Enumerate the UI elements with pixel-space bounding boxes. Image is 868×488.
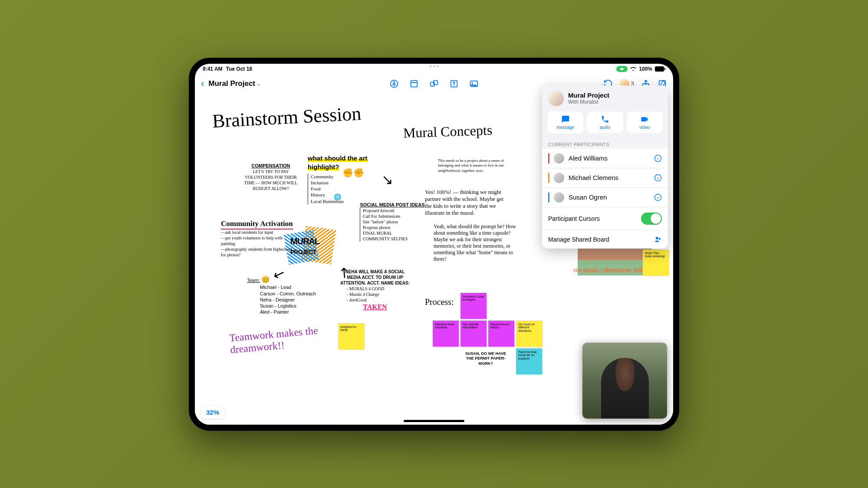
compensation-text: LET'S TRY TO PAY VOLUNTEERS FOR THEIR TI… <box>243 169 299 191</box>
info-icon[interactable] <box>654 193 662 201</box>
shape-tool-icon[interactable] <box>429 79 439 88</box>
svg-point-15 <box>659 238 661 240</box>
sticky-neighborhood[interactable]: Neighborhood history <box>488 321 514 347</box>
panel-title: Mural Project <box>568 92 609 99</box>
status-time: 9:41 AM <box>203 66 223 72</box>
arrow-icon: ↘ <box>381 171 393 188</box>
panel-group-avatar <box>548 91 564 106</box>
participant-avatar <box>554 173 564 183</box>
sticky-interview[interactable]: Interview local residents <box>433 321 459 347</box>
facetime-participant <box>601 358 649 419</box>
sticky-paint[interactable]: Paint the final mural art on location! <box>516 348 542 374</box>
social-heading: SOCIAL MEDIA POST IDEAS <box>360 202 425 208</box>
participant-name: Susan Ogren <box>569 193 650 201</box>
cursors-label: Participant Cursors <box>548 215 600 222</box>
sticky-round1[interactable]: 1st round w/ different directions <box>516 321 542 347</box>
panel-subtitle: With Muralist <box>568 99 609 105</box>
screen: 9:41 AM Tue Oct 18 100% ‹ Mural Project⌵… <box>195 64 673 425</box>
battery-percent: 100% <box>639 66 652 72</box>
team-heading: Team: <box>247 278 260 283</box>
cursors-toggle[interactable] <box>641 213 662 225</box>
battery-icon <box>655 66 665 72</box>
multitask-grabber[interactable] <box>430 66 438 67</box>
participant-avatar <box>554 153 564 164</box>
susan-question: SUSAN, DO WE HAVE THE PERMIT PAPER-WORK? <box>464 351 507 367</box>
svg-point-14 <box>656 237 658 239</box>
participant-row[interactable]: Aled Williams <box>542 149 668 168</box>
participant-color-bar <box>548 192 549 203</box>
info-icon[interactable] <box>654 174 662 182</box>
wifi-icon <box>630 66 636 72</box>
svg-point-8 <box>472 82 473 83</box>
process-heading: Process: <box>425 297 454 307</box>
project-description: This needs to be a project about a sense… <box>438 158 507 174</box>
community-heading: Community Activation <box>221 219 293 229</box>
participant-color-bar <box>548 173 549 183</box>
participants-section-label: CURRENT PARTICIPANTS <box>542 138 668 149</box>
heading-concepts: Mural Concepts <box>403 122 492 141</box>
sticky-assigned-neha[interactable]: Assigned to Neha <box>338 323 364 349</box>
facetime-pill[interactable] <box>616 66 628 72</box>
teamwork-quote: Teamwork makes the dreamwork!! <box>229 322 343 355</box>
svg-rect-1 <box>664 68 665 70</box>
audio-button[interactable]: audio <box>587 111 623 133</box>
site-dimensions: site details / dimensions 30ft <box>573 267 643 274</box>
participant-avatar <box>554 192 564 203</box>
participant-name: Michael Clemens <box>569 174 650 181</box>
status-date: Tue Oct 18 <box>226 66 252 72</box>
message-button[interactable]: message <box>547 111 583 133</box>
fist-emoji: ✊✊ <box>342 167 364 178</box>
video-button[interactable]: video <box>627 111 663 133</box>
manage-board-button[interactable]: Manage Shared Board <box>542 230 668 249</box>
svg-rect-0 <box>655 66 664 72</box>
heading-brainstorm: Brainstorm Session <box>212 102 362 132</box>
pen-tool-icon[interactable] <box>389 79 399 88</box>
sticky-wow[interactable]: Wow! This looks amazing! <box>643 249 669 275</box>
social-list: Proposed Artwork Call For Submissions Si… <box>360 208 425 242</box>
participant-row[interactable]: Michael Clemens <box>542 168 668 188</box>
participant-row[interactable]: Susan Ogren <box>542 188 668 207</box>
home-indicator[interactable] <box>404 420 464 422</box>
globe-emoji: 🌐 <box>334 193 341 201</box>
sticky-tool-icon[interactable] <box>409 79 419 88</box>
svg-rect-3 <box>411 80 418 87</box>
compensation-heading: COMPENSATION <box>243 163 299 169</box>
media-tool-icon[interactable] <box>469 79 479 88</box>
community-text: —ask local residents for input —get yout… <box>221 229 295 258</box>
yes-100-note: Yes! 100%! — thinking we might partner w… <box>425 189 512 216</box>
sticky-research[interactable]: Research Local ecologies <box>460 293 487 319</box>
ipad-frame: 9:41 AM Tue Oct 18 100% ‹ Mural Project⌵… <box>189 58 679 431</box>
facetime-pip[interactable] <box>582 343 667 419</box>
participant-color-bar <box>548 153 549 164</box>
prompt-note: Yeah, what should the prompt be? How abo… <box>434 223 520 262</box>
collaboration-panel: Mural Project With Muralist message audi… <box>542 85 668 249</box>
smiley-emoji: 😊 <box>261 276 270 283</box>
neha-ideas: - MURALS 4 GOOD - Murals 4 Change - Art4… <box>347 286 412 303</box>
zoom-indicator[interactable]: 32% <box>201 406 224 419</box>
participant-name: Aled Williams <box>569 154 650 162</box>
collaboration-icon <box>654 236 662 243</box>
board-title-dropdown[interactable]: Mural Project⌵ <box>208 79 260 88</box>
status-bar: 9:41 AM Tue Oct 18 100% <box>195 64 673 74</box>
sticky-sitespec[interactable]: Site specific information <box>460 321 487 347</box>
back-button[interactable]: ‹ <box>201 78 204 89</box>
taken-label: TAKEN <box>338 303 412 312</box>
text-tool-icon[interactable] <box>449 79 459 88</box>
info-icon[interactable] <box>654 154 662 162</box>
team-list: Michael - Lead Carson - Comm. Outreach N… <box>260 284 338 315</box>
